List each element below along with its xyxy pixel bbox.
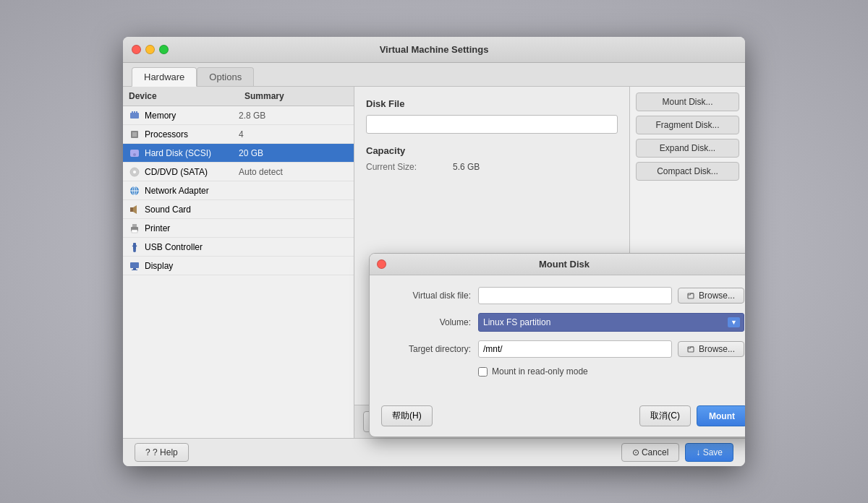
target-dir-row: Target directory: Browse... [384, 340, 744, 358]
maximize-button[interactable] [159, 45, 169, 54]
dialog-title-bar: Mount Disk [370, 254, 745, 275]
svg-rect-3 [136, 111, 137, 113]
device-name-network: Network Adapter [145, 186, 239, 196]
browse-virtual-disk-label: Browse... [699, 291, 735, 301]
svg-rect-17 [132, 224, 137, 227]
dialog-mount-button[interactable]: Mount [697, 405, 745, 426]
capacity-label: Capacity [366, 145, 618, 156]
main-window: Virtual Machine Settings Hardware Option… [123, 37, 745, 466]
device-name-processors: Processors [145, 129, 239, 139]
question-icon: ? [145, 447, 150, 457]
device-row-processors[interactable]: Processors 4 [123, 125, 354, 144]
device-summary-harddisk: 20 GB [239, 148, 348, 158]
printer-icon [129, 223, 140, 234]
dialog-footer: 帮助(H) 取消(C) Mount [370, 400, 745, 437]
volume-row: Volume: Linux FS partition [384, 313, 744, 332]
readonly-checkbox[interactable] [478, 367, 488, 377]
device-list-header: Device Summary [123, 87, 354, 106]
volume-select[interactable]: Linux FS partition [478, 313, 744, 332]
main-content: Device Summary Memory 2.8 GB Processors … [123, 87, 745, 438]
device-name-display: Display [145, 261, 239, 271]
sound-icon [129, 204, 140, 215]
device-name-harddisk: Hard Disk (SCSI) [145, 148, 239, 158]
usb-icon [129, 241, 140, 253]
footer-bar: ? ? Help ⊙ Cancel ↓ Save [123, 438, 745, 466]
browse-target-dir-button[interactable]: Browse... [678, 341, 744, 357]
svg-rect-5 [132, 132, 137, 137]
volume-label: Volume: [384, 317, 478, 327]
tabs-bar: Hardware Options [123, 63, 745, 87]
svg-rect-23 [130, 262, 139, 268]
network-icon [129, 185, 140, 197]
disk-file-label: Disk File [366, 98, 618, 109]
device-name-printer: Printer [145, 223, 239, 233]
col-header-summary: Summary [239, 90, 354, 103]
detail-panel: Disk File Capacity Current Size: 5.6 GB … [354, 87, 629, 405]
mount-disk-button[interactable]: Mount Disk... [636, 93, 739, 111]
fragment-disk-button[interactable]: Fragment Disk... [636, 116, 739, 134]
tab-hardware[interactable]: Hardware [132, 67, 197, 87]
display-icon [129, 260, 140, 272]
dialog-footer-right: 取消(C) Mount [639, 405, 745, 426]
help-button[interactable]: ? ? Help [135, 443, 189, 462]
device-summary-processors: 4 [239, 129, 348, 139]
volume-select-wrapper: Linux FS partition [478, 313, 744, 332]
save-button[interactable]: ↓ Save [685, 443, 733, 462]
svg-marker-15 [133, 205, 137, 214]
virtual-disk-input[interactable] [478, 287, 672, 304]
device-name-memory: Memory [145, 111, 239, 121]
title-bar-buttons [132, 45, 169, 54]
device-name-usb: USB Controller [145, 242, 239, 252]
device-name-cdvd: CD/DVD (SATA) [145, 167, 239, 177]
svg-rect-18 [132, 230, 137, 233]
readonly-label: Mount in read-only mode [492, 366, 588, 377]
save-icon: ↓ [696, 447, 700, 457]
disk-icon [129, 147, 140, 159]
svg-point-22 [133, 249, 136, 252]
device-name-sound: Sound Card [145, 205, 239, 215]
dialog-help-button[interactable]: 帮助(H) [381, 405, 433, 426]
cdvd-icon [129, 166, 140, 178]
cancel-icon: ⊙ [632, 447, 639, 457]
dialog-body: Virtual disk file: Browse... Volu [370, 275, 745, 400]
svg-rect-25 [132, 270, 137, 270]
device-summary-memory: 2.8 GB [239, 111, 348, 121]
expand-disk-button[interactable]: Expand Disk... [636, 139, 739, 158]
disk-file-input[interactable] [366, 115, 618, 134]
svg-rect-24 [133, 268, 136, 270]
dialog-title: Mount Disk [539, 259, 590, 270]
title-bar: Virtual Machine Settings [123, 37, 745, 63]
device-row-memory[interactable]: Memory 2.8 GB [123, 106, 354, 125]
cpu-icon [129, 129, 140, 140]
memory-icon [129, 110, 140, 121]
dialog-close-button[interactable] [377, 259, 386, 269]
mount-disk-dialog: Mount Disk Virtual disk file: Browse... [369, 253, 745, 437]
virtual-disk-label: Virtual disk file: [384, 291, 478, 301]
cancel-button[interactable]: ⊙ Cancel [621, 443, 680, 462]
target-dir-label: Target directory: [384, 344, 478, 354]
dialog-cancel-button[interactable]: 取消(C) [639, 405, 691, 426]
readonly-row: Mount in read-only mode [478, 366, 744, 377]
minimize-button[interactable] [145, 45, 155, 54]
compact-disk-button[interactable]: Compact Disk... [636, 162, 739, 181]
close-button[interactable] [132, 45, 141, 54]
tab-options[interactable]: Options [197, 67, 254, 86]
svg-rect-0 [130, 113, 139, 119]
col-header-device: Device [123, 90, 239, 103]
svg-point-9 [133, 171, 136, 173]
svg-rect-14 [130, 207, 133, 212]
svg-rect-2 [134, 111, 135, 113]
window-title: Virtual Machine Settings [380, 44, 489, 55]
svg-point-7 [133, 153, 136, 156]
browse-virtual-disk-button[interactable]: Browse... [678, 288, 744, 304]
virtual-disk-row: Virtual disk file: Browse... [384, 287, 744, 304]
svg-rect-1 [132, 111, 133, 113]
target-dir-input[interactable] [478, 340, 672, 358]
browse-target-label: Browse... [699, 344, 735, 354]
